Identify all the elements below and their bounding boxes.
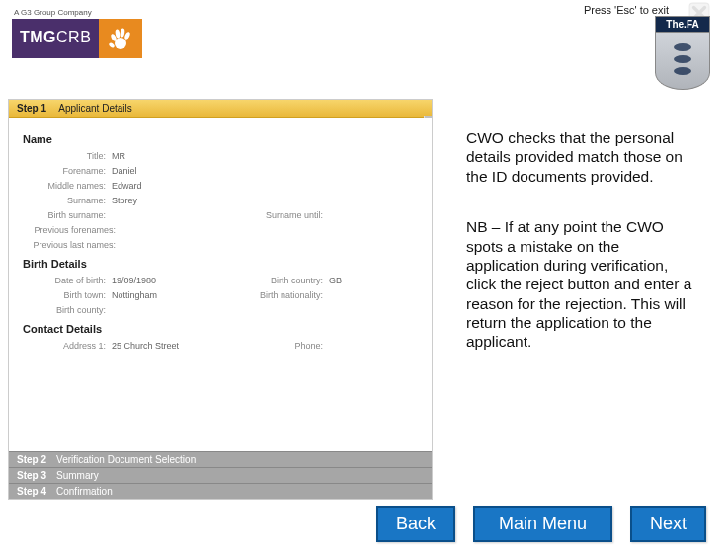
birthcountry-value: GB bbox=[329, 276, 342, 285]
fa-label: The.FA bbox=[655, 16, 710, 33]
logo-left: A G3 Group Company TMGCRB bbox=[12, 8, 142, 58]
next-button[interactable]: Next bbox=[630, 506, 706, 542]
fa-shield-icon bbox=[655, 33, 710, 90]
step4-bar[interactable]: Step 4Confirmation bbox=[9, 483, 432, 499]
instruction-p1: CWO checks that the personal details pro… bbox=[466, 128, 695, 186]
nav-buttons: Back Main Menu Next bbox=[376, 506, 706, 542]
step1-bar[interactable]: Step 1 Applicant Details bbox=[9, 100, 432, 118]
step1-num: Step 1 bbox=[17, 103, 46, 114]
prevlast-label: Previous last names: bbox=[23, 240, 121, 250]
phone-label: Phone: bbox=[220, 341, 329, 351]
surnameuntil-label: Surname until: bbox=[220, 210, 329, 220]
forename-label: Forename: bbox=[23, 166, 112, 176]
forename-value: Daniel bbox=[112, 166, 137, 176]
svg-point-0 bbox=[115, 38, 126, 49]
birthsur-label: Birth surname: bbox=[23, 210, 112, 220]
instruction-p2: NB – If at any point the CWO spots a mis… bbox=[466, 217, 695, 352]
company-tagline: A G3 Group Company bbox=[14, 8, 142, 17]
surname-label: Surname: bbox=[23, 196, 112, 205]
surname-value: Storey bbox=[112, 196, 137, 205]
esc-hint: Press 'Esc' to exit bbox=[584, 4, 669, 16]
step1-title: Applicant Details bbox=[58, 103, 131, 114]
header: A G3 Group Company TMGCRB Press 'Esc' to… bbox=[0, 0, 728, 99]
section-contact: Contact Details bbox=[23, 323, 418, 335]
birthcountry-label: Birth country: bbox=[220, 276, 329, 285]
main-menu-button[interactable]: Main Menu bbox=[473, 506, 612, 542]
svg-point-4 bbox=[124, 31, 131, 40]
fa-badge: The.FA bbox=[655, 16, 710, 90]
section-birth: Birth Details bbox=[23, 258, 418, 270]
svg-point-9 bbox=[674, 67, 691, 75]
address-label: Address 1: bbox=[23, 341, 112, 351]
svg-point-8 bbox=[674, 55, 691, 63]
logo-box-group: TMGCRB bbox=[12, 19, 142, 58]
step2-bar[interactable]: Step 2Verification Document Selection bbox=[9, 451, 432, 467]
svg-point-7 bbox=[674, 43, 691, 51]
side-text: CWO checks that the personal details pro… bbox=[433, 99, 719, 500]
form-body: Name Title:MR Forename:Daniel Middle nam… bbox=[9, 118, 432, 451]
hand-icon bbox=[99, 19, 142, 58]
section-name: Name bbox=[23, 133, 418, 145]
form-panel: Step 1 Applicant Details Name Title:MR F… bbox=[8, 99, 433, 500]
birthtown-value: Nottingham bbox=[112, 290, 157, 300]
tmg-logo-text: TMGCRB bbox=[12, 19, 99, 58]
birthtown-label: Birth town: bbox=[23, 290, 112, 300]
address-value: 25 Church Street bbox=[112, 341, 179, 351]
dob-label: Date of birth: bbox=[23, 276, 112, 285]
birthnat-label: Birth nationality: bbox=[220, 290, 329, 300]
dob-value: 19/09/1980 bbox=[112, 276, 156, 285]
birthcounty-label: Birth county: bbox=[23, 305, 112, 315]
title-value: MR bbox=[112, 151, 125, 161]
back-button[interactable]: Back bbox=[376, 506, 455, 542]
svg-point-3 bbox=[121, 28, 126, 38]
svg-point-5 bbox=[109, 42, 116, 49]
middle-value: Edward bbox=[112, 181, 142, 191]
middle-label: Middle names: bbox=[23, 181, 112, 191]
content-row: Step 1 Applicant Details Name Title:MR F… bbox=[0, 99, 728, 500]
prevfore-label: Previous forenames: bbox=[23, 225, 121, 235]
step3-bar[interactable]: Step 3Summary bbox=[9, 467, 432, 483]
title-label: Title: bbox=[23, 151, 112, 161]
